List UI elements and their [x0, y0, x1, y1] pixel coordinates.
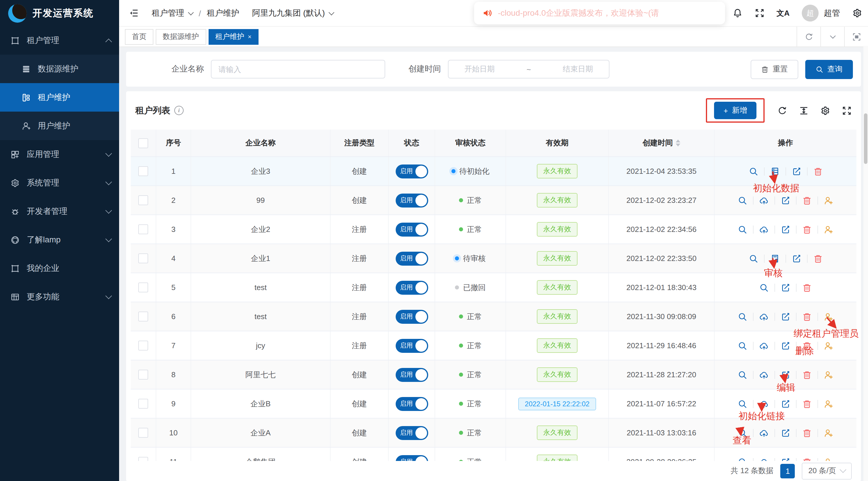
- sidebar-item-apps[interactable]: 应用管理: [0, 140, 119, 169]
- delete-icon[interactable]: [802, 283, 812, 292]
- sidebar-item-bug[interactable]: 开发者管理: [0, 197, 119, 226]
- user-name[interactable]: 超管: [824, 8, 840, 18]
- delete-icon[interactable]: [802, 457, 812, 461]
- bind-admin-icon[interactable]: [824, 225, 833, 234]
- sidebar-item-enterprise[interactable]: 我的企业: [0, 254, 119, 282]
- sidebar-item-user[interactable]: 用户维护: [0, 112, 119, 140]
- status-toggle[interactable]: 启用: [395, 368, 428, 382]
- view-icon[interactable]: [749, 254, 758, 263]
- bind-admin-icon[interactable]: [824, 428, 833, 438]
- query-button[interactable]: 查询: [805, 60, 853, 79]
- init-link-icon[interactable]: [760, 370, 769, 379]
- row-checkbox[interactable]: [138, 370, 148, 380]
- view-icon[interactable]: [738, 196, 747, 205]
- edit-icon[interactable]: [781, 399, 790, 408]
- row-checkbox[interactable]: [138, 282, 148, 292]
- scrollbar-thumb[interactable]: [864, 113, 867, 164]
- audit-icon[interactable]: [770, 254, 779, 263]
- sidebar-item-datasource[interactable]: 数据源维护: [0, 55, 119, 83]
- sidebar-item-github[interactable]: 了解lamp: [0, 226, 119, 254]
- edit-icon[interactable]: [792, 254, 801, 263]
- delete-icon[interactable]: [802, 428, 812, 438]
- page-size-select[interactable]: 20 条/页: [802, 463, 852, 480]
- page-scrollbar[interactable]: [863, 46, 868, 481]
- edit-icon[interactable]: [781, 312, 790, 321]
- edit-icon[interactable]: [781, 283, 790, 292]
- view-icon[interactable]: [760, 283, 769, 292]
- edit-icon[interactable]: [781, 196, 790, 205]
- edit-icon[interactable]: [792, 167, 801, 176]
- delete-icon[interactable]: [813, 167, 823, 176]
- status-toggle[interactable]: 启用: [395, 455, 428, 461]
- view-icon[interactable]: [738, 312, 747, 321]
- sidebar-collapse-icon[interactable]: [129, 8, 139, 18]
- row-checkbox[interactable]: [138, 311, 148, 322]
- status-toggle[interactable]: 启用: [395, 397, 428, 411]
- bind-admin-icon[interactable]: [824, 312, 833, 321]
- close-icon[interactable]: ×: [248, 33, 252, 40]
- sidebar-item-gear[interactable]: 系统管理: [0, 169, 119, 197]
- fullscreen-icon[interactable]: [754, 8, 764, 18]
- maximize-frame-icon[interactable]: [844, 27, 868, 47]
- bind-admin-icon[interactable]: [824, 196, 833, 205]
- column-settings-icon[interactable]: [820, 106, 830, 115]
- refresh-table-icon[interactable]: [777, 106, 787, 115]
- avatar[interactable]: 超: [802, 5, 818, 22]
- edit-icon[interactable]: [781, 457, 790, 461]
- view-icon[interactable]: [738, 428, 747, 438]
- bind-admin-icon[interactable]: [824, 341, 833, 350]
- date-range-picker[interactable]: 开始日期 ~ 结束日期: [448, 60, 610, 79]
- select-all-checkbox-cell[interactable]: [131, 130, 156, 156]
- company-name-input[interactable]: [211, 60, 385, 79]
- settings-gear-icon[interactable]: [852, 8, 862, 18]
- status-toggle[interactable]: 启用: [395, 309, 428, 324]
- sort-icons[interactable]: [676, 140, 680, 147]
- select-all-checkbox[interactable]: [138, 138, 148, 148]
- row-density-icon[interactable]: [799, 106, 809, 115]
- init-link-icon[interactable]: [760, 457, 769, 461]
- view-icon[interactable]: [749, 167, 758, 176]
- notification-bell-icon[interactable]: [732, 8, 742, 18]
- edit-icon[interactable]: [781, 225, 790, 234]
- init-link-icon[interactable]: [760, 312, 769, 321]
- company-switcher[interactable]: 阿里九九集团 (默认): [252, 8, 334, 18]
- refresh-tab-icon[interactable]: [797, 27, 820, 47]
- init-link-icon[interactable]: [760, 399, 769, 408]
- row-checkbox[interactable]: [138, 166, 148, 176]
- status-toggle[interactable]: 启用: [395, 280, 428, 294]
- chevron-down-icon[interactable]: [820, 27, 844, 47]
- page-1-button[interactable]: 1: [781, 464, 795, 478]
- sidebar-item-more[interactable]: 更多功能: [0, 282, 119, 311]
- add-button[interactable]: + 新增: [714, 102, 756, 119]
- view-icon[interactable]: [738, 225, 747, 234]
- row-checkbox[interactable]: [138, 195, 148, 205]
- row-checkbox[interactable]: [138, 457, 148, 461]
- delete-icon[interactable]: [813, 254, 823, 263]
- tab-首页[interactable]: 首页: [125, 29, 153, 44]
- init-link-icon[interactable]: [760, 428, 769, 438]
- tab-数据源维护[interactable]: 数据源维护: [156, 29, 206, 44]
- init-link-icon[interactable]: [760, 341, 769, 350]
- row-checkbox[interactable]: [138, 341, 148, 351]
- bind-admin-icon[interactable]: [824, 370, 833, 379]
- row-checkbox[interactable]: [138, 224, 148, 234]
- status-toggle[interactable]: 启用: [395, 426, 428, 440]
- init-data-icon[interactable]: [770, 167, 779, 176]
- edit-icon[interactable]: [781, 428, 790, 438]
- edit-icon[interactable]: [781, 341, 790, 350]
- status-toggle[interactable]: 启用: [395, 193, 428, 207]
- tab-租户维护[interactable]: 租户维护×: [208, 29, 258, 44]
- status-toggle[interactable]: 启用: [395, 251, 428, 265]
- init-link-icon[interactable]: [760, 225, 769, 234]
- view-icon[interactable]: [738, 370, 747, 379]
- view-icon[interactable]: [738, 457, 747, 461]
- delete-icon[interactable]: [802, 370, 812, 379]
- view-icon[interactable]: [738, 399, 747, 408]
- delete-icon[interactable]: [802, 341, 812, 350]
- delete-icon[interactable]: [802, 312, 812, 321]
- info-icon[interactable]: i: [174, 106, 184, 115]
- init-link-icon[interactable]: [760, 196, 769, 205]
- reset-button[interactable]: 重置: [751, 60, 798, 79]
- announcement-banner[interactable]: -cloud-pro4.0企业版震撼发布，欢迎体验~(请: [474, 2, 725, 24]
- breadcrumb-root[interactable]: 租户管理: [152, 8, 184, 18]
